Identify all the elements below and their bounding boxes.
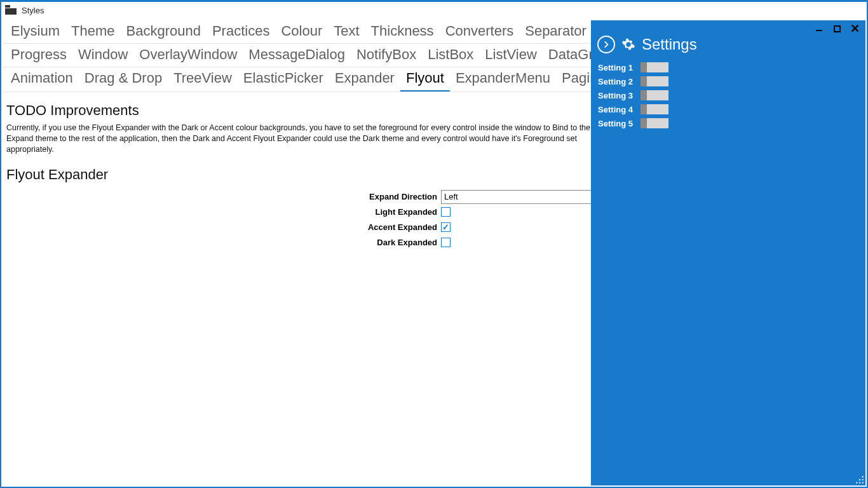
setting-toggle-4[interactable] <box>641 104 668 114</box>
main-area: ElysiumThemeBackgroundPracticesColourTex… <box>3 20 865 485</box>
window-title: Styles <box>22 6 44 15</box>
setting-toggle-2[interactable] <box>641 76 668 86</box>
svg-point-2 <box>859 479 860 480</box>
svg-point-3 <box>862 482 864 484</box>
setting-toggle-1[interactable] <box>641 62 668 72</box>
svg-point-1 <box>862 479 864 480</box>
dropdown-expand-direction-value: Left <box>444 192 458 201</box>
settings-flyout: ✕ Settings Setting 1Setting 2Setting 3Se… <box>591 20 865 485</box>
tab-elysium[interactable]: Elysium <box>5 20 65 43</box>
tab-overlaywindow[interactable]: OverlayWindow <box>133 44 243 67</box>
setting-label-4: Setting 4 <box>597 105 633 114</box>
label-expand-direction: Expand Direction <box>6 192 441 201</box>
checkbox-accent-expanded[interactable] <box>441 222 451 232</box>
maximize-button[interactable] <box>832 24 841 33</box>
tab-separator[interactable]: Separator <box>519 20 592 43</box>
checkbox-light-expanded[interactable] <box>441 207 451 217</box>
close-button[interactable]: ✕ <box>850 24 859 33</box>
tab-expandermenu[interactable]: ExpanderMenu <box>450 67 556 92</box>
tab-practices[interactable]: Practices <box>207 20 275 43</box>
tab-converters[interactable]: Converters <box>440 20 520 43</box>
flyout-title: Settings <box>642 36 697 53</box>
flyout-collapse-button[interactable] <box>597 36 615 53</box>
tab-thickness[interactable]: Thickness <box>365 20 440 43</box>
minimize-icon <box>816 26 822 31</box>
tab-expander[interactable]: Expander <box>329 67 400 92</box>
flyout-header: Settings <box>597 36 859 53</box>
setting-toggle-3[interactable] <box>641 90 668 100</box>
label-light-expanded: Light Expanded <box>6 207 441 217</box>
resize-grip-icon <box>855 475 864 484</box>
tab-messagedialog[interactable]: MessageDialog <box>243 44 351 67</box>
setting-row-1: Setting 1 <box>597 62 859 72</box>
setting-toggle-5[interactable] <box>641 118 668 128</box>
svg-point-5 <box>856 482 857 484</box>
tab-treeview[interactable]: TreeView <box>168 67 238 92</box>
tab-notifybox[interactable]: NotifyBox <box>351 44 422 67</box>
tab-listview[interactable]: ListView <box>479 44 543 67</box>
tab-progress[interactable]: Progress <box>5 44 72 67</box>
resize-grip[interactable] <box>855 475 864 484</box>
tab-listbox[interactable]: ListBox <box>422 44 479 67</box>
setting-label-2: Setting 2 <box>597 77 633 86</box>
titlebar: Styles <box>1 2 867 18</box>
setting-row-3: Setting 3 <box>597 90 859 100</box>
setting-label-1: Setting 1 <box>597 63 633 72</box>
maximize-icon <box>834 25 841 32</box>
settings-list: Setting 1Setting 2Setting 3Setting 4Sett… <box>597 62 859 128</box>
setting-label-3: Setting 3 <box>597 91 633 100</box>
setting-row-4: Setting 4 <box>597 104 859 114</box>
tab-window[interactable]: Window <box>72 44 133 67</box>
folder-icon <box>4 5 18 15</box>
window-controls: ✕ <box>815 24 859 33</box>
chevron-right-icon <box>602 40 611 49</box>
checkbox-dark-expanded[interactable] <box>441 238 451 247</box>
tab-theme[interactable]: Theme <box>65 20 120 43</box>
svg-point-0 <box>862 476 864 477</box>
section-todo-body: Currently, if you use the Flyout Expande… <box>6 123 604 155</box>
setting-label-5: Setting 5 <box>597 119 633 128</box>
tab-elasticpicker[interactable]: ElasticPicker <box>238 67 329 92</box>
gear-icon <box>621 37 635 51</box>
tab-text[interactable]: Text <box>328 20 365 43</box>
tab-animation[interactable]: Animation <box>5 67 79 92</box>
label-accent-expanded: Accent Expanded <box>6 222 441 232</box>
dropdown-expand-direction[interactable]: Left <box>441 190 593 204</box>
setting-row-2: Setting 2 <box>597 76 859 86</box>
tab-colour[interactable]: Colour <box>275 20 328 43</box>
label-dark-expanded: Dark Expanded <box>6 238 441 247</box>
svg-point-4 <box>859 482 860 484</box>
setting-row-5: Setting 5 <box>597 118 859 128</box>
tab-drag-drop[interactable]: Drag & Drop <box>79 67 168 92</box>
minimize-button[interactable] <box>815 24 824 33</box>
tab-flyout[interactable]: Flyout <box>400 67 450 92</box>
tab-background[interactable]: Background <box>121 20 207 43</box>
